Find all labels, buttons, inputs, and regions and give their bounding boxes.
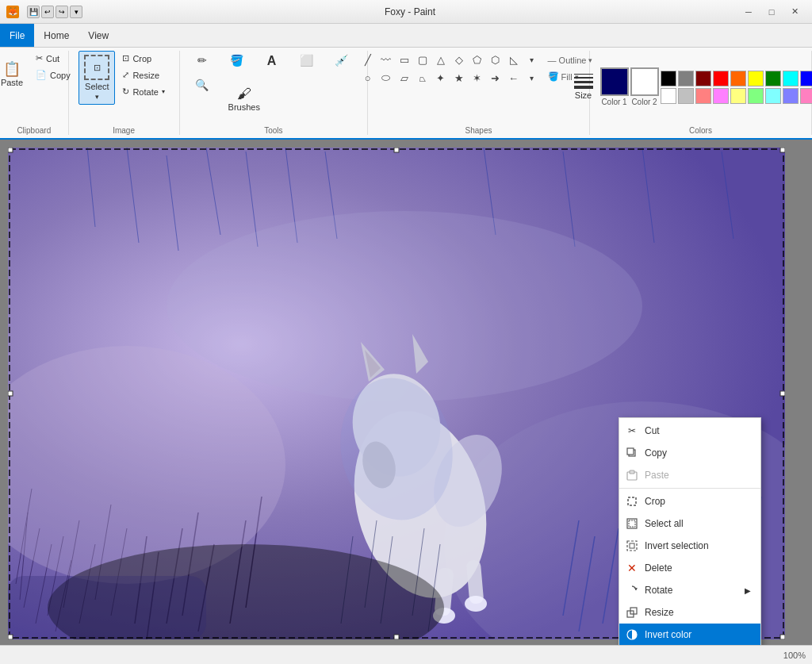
ellipse-shape[interactable]: ○ — [359, 69, 377, 86]
eyedropper-icon: 💉 — [335, 55, 348, 66]
select-button[interactable]: ⊡ Select ▾ — [79, 51, 115, 105]
oval-shape[interactable]: ⬭ — [377, 69, 395, 86]
arrow-left-shape[interactable]: ← — [505, 69, 523, 86]
svg-rect-72 — [630, 470, 634, 474]
swatch-darkred[interactable] — [695, 71, 711, 86]
line-shape[interactable]: ╱ — [359, 51, 377, 68]
ctx-rotate[interactable]: Rotate ▶ — [619, 579, 760, 601]
swatch-lightyellow[interactable] — [730, 88, 746, 104]
tools-content: ✏ 🪣 A ⬜ 💉 🔍 🖌 Brushes — [186, 51, 361, 123]
rotate-svg-icon — [626, 585, 638, 596]
trapezoid-shape[interactable]: ⏢ — [414, 69, 431, 86]
ctx-copy[interactable]: Copy — [619, 442, 760, 464]
color2-swatch[interactable] — [630, 67, 659, 96]
svg-rect-70 — [627, 448, 634, 455]
eraser-button[interactable]: ⬜ — [291, 51, 323, 70]
redo-btn[interactable]: ↪ — [56, 6, 68, 18]
ctx-crop[interactable]: Crop — [619, 490, 760, 512]
swatch-black[interactable] — [661, 71, 676, 86]
arrow-right-shape[interactable]: ➜ — [487, 69, 504, 86]
rect-shape[interactable]: ▭ — [396, 51, 413, 68]
swatch-white[interactable] — [661, 88, 676, 104]
colors-content: Size Color 1 Color 2 — [569, 51, 813, 123]
ctx-delete[interactable]: ✕ Delete — [619, 557, 760, 579]
paste-button[interactable]: 📋 Paste — [0, 51, 30, 98]
fill-tool-button[interactable]: 🪣 — [221, 51, 253, 70]
select-icon: ⊡ — [84, 55, 109, 80]
resize-icon: ⤢ — [122, 70, 129, 80]
star6-shape[interactable]: ✶ — [469, 69, 486, 86]
triangle-shape[interactable]: △ — [432, 51, 450, 68]
save-btn[interactable]: 💾 — [27, 6, 40, 18]
swatch-green[interactable] — [765, 71, 781, 86]
swatch-pink[interactable] — [713, 88, 729, 104]
menu-view[interactable]: View — [79, 24, 118, 47]
ctx-select-all-icon — [626, 517, 638, 530]
outline-icon: — — [548, 56, 557, 65]
swatch-lightred[interactable] — [695, 88, 711, 104]
swatch-lightblue[interactable] — [783, 88, 799, 104]
ctx-invert-color-icon — [626, 628, 638, 641]
ctx-resize[interactable]: Resize — [619, 601, 760, 624]
pentagon-shape[interactable]: ⬠ — [469, 51, 486, 68]
menu-file[interactable]: File — [0, 24, 34, 47]
brushes-icon: 🖌 — [237, 86, 251, 101]
ctx-cut[interactable]: ✂ Cut — [619, 420, 760, 442]
color2-container: Color 2 — [630, 67, 659, 106]
brushes-button[interactable]: 🖌 Brushes — [221, 75, 267, 123]
resize-button[interactable]: ⤢ Resize — [118, 67, 168, 83]
ctx-select-all[interactable]: Select all — [619, 512, 760, 535]
ctx-invert-selection[interactable]: Invert selection — [619, 535, 760, 557]
more-shapes2[interactable]: ▾ — [523, 69, 541, 86]
copy-icon: 📄 — [36, 70, 47, 80]
swatch-cyan[interactable] — [783, 71, 799, 86]
size-line1 — [574, 74, 593, 75]
maximize-button[interactable]: □ — [760, 2, 783, 21]
menu-home[interactable]: Home — [34, 24, 79, 47]
star5-shape[interactable]: ★ — [450, 69, 468, 86]
swatch-orange[interactable] — [730, 71, 746, 86]
canvas-area[interactable]: ✂ Cut Copy Paste — [0, 140, 812, 645]
status-zoom: 100% — [783, 651, 806, 660]
rotate-button[interactable]: ↻ Rotate ▾ — [118, 84, 168, 99]
swatch-rosepink[interactable] — [800, 88, 813, 104]
eyedropper-button[interactable]: 💉 — [326, 51, 358, 70]
color1-swatch[interactable] — [600, 67, 629, 96]
swatch-gray[interactable] — [678, 71, 694, 86]
parallelogram-shape[interactable]: ▱ — [396, 69, 413, 86]
close-button[interactable]: ✕ — [783, 2, 806, 21]
svg-rect-64 — [8, 391, 13, 396]
swatch-lightgray[interactable] — [678, 88, 694, 104]
hexagon-shape[interactable]: ⬡ — [487, 51, 504, 68]
zoom-button[interactable]: 🔍 — [186, 75, 218, 94]
ctx-invert-color[interactable]: Invert color — [619, 624, 760, 645]
star4-shape[interactable]: ✦ — [432, 69, 450, 86]
cut-icon: ✂ — [36, 53, 43, 63]
swatch-blue[interactable] — [800, 71, 813, 86]
diamond-shape[interactable]: ◇ — [450, 51, 468, 68]
colors-group: Size Color 1 Color 2 — [590, 51, 812, 135]
minimize-button[interactable]: ─ — [737, 2, 760, 21]
pencil-button[interactable]: ✏ — [186, 51, 218, 70]
app-icon: 🦊 — [6, 6, 19, 18]
rotate-icon: ↻ — [122, 86, 129, 97]
more-shapes[interactable]: ▾ — [523, 51, 541, 68]
invert-sel-svg-icon — [626, 540, 638, 551]
curve-shape[interactable]: 〰 — [377, 51, 395, 68]
swatch-yellow[interactable] — [748, 71, 764, 86]
swatch-lightgreen[interactable] — [748, 88, 764, 104]
crop-button[interactable]: ⊡ Crop — [118, 51, 168, 66]
shapes-label: Shapes — [465, 126, 492, 135]
rounded-rect-shape[interactable]: ▢ — [414, 51, 431, 68]
svg-marker-78 — [634, 588, 638, 590]
text-button[interactable]: A — [256, 51, 288, 71]
swatch-red[interactable] — [713, 71, 729, 86]
swatch-lightcyan[interactable] — [765, 88, 781, 104]
size-button[interactable]: Size — [569, 70, 599, 104]
quick-access-more[interactable]: ▾ — [70, 6, 82, 18]
right-tri-shape[interactable]: ◺ — [505, 51, 523, 68]
ctx-copy-icon — [626, 447, 638, 459]
size-line3 — [574, 81, 593, 83]
undo-btn[interactable]: ↩ — [41, 6, 54, 18]
ctx-delete-icon: ✕ — [626, 562, 638, 574]
